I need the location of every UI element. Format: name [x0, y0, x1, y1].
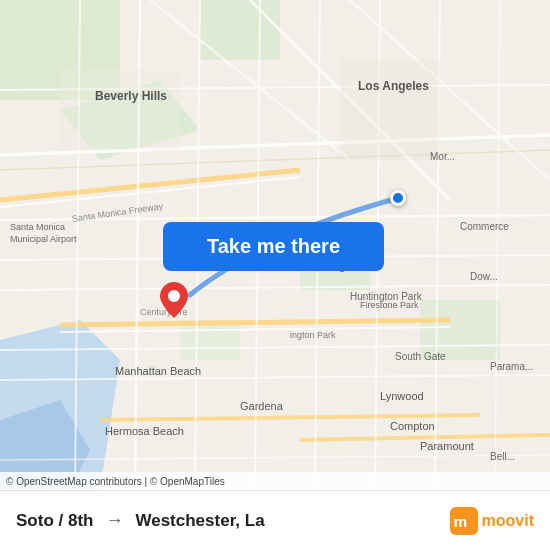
svg-text:Beverly Hills: Beverly Hills — [95, 89, 167, 103]
svg-text:Compton: Compton — [390, 420, 435, 432]
svg-rect-5 — [180, 320, 240, 360]
svg-text:Santa Monica: Santa Monica — [10, 222, 65, 232]
map-attribution: © OpenStreetMap contributors | © OpenMap… — [0, 472, 550, 490]
svg-text:Gardena: Gardena — [240, 400, 284, 412]
map-container: Beverly Hills Los Angeles Santa Monica M… — [0, 0, 550, 490]
svg-text:Lynwood: Lynwood — [380, 390, 424, 402]
destination-marker — [160, 282, 188, 318]
route-arrow: → — [105, 510, 123, 531]
svg-text:Mor...: Mor... — [430, 151, 455, 162]
route-from: Soto / 8th — [16, 511, 93, 531]
svg-text:m: m — [453, 512, 467, 529]
svg-text:Huntington Park: Huntington Park — [350, 291, 423, 302]
svg-text:Bell...: Bell... — [490, 451, 515, 462]
svg-text:Los Angeles: Los Angeles — [358, 79, 429, 93]
svg-text:ington Park: ington Park — [290, 330, 336, 340]
take-me-there-button[interactable]: Take me there — [163, 222, 384, 271]
moovit-logo: m moovit — [450, 507, 534, 535]
svg-text:Parama...: Parama... — [490, 361, 533, 372]
svg-text:Hermosa Beach: Hermosa Beach — [105, 425, 184, 437]
svg-point-60 — [168, 290, 180, 302]
svg-rect-36 — [340, 60, 440, 160]
footer-bar: Soto / 8th → Westchester, La m moovit — [0, 490, 550, 550]
svg-text:Municipal Airport: Municipal Airport — [10, 234, 77, 244]
svg-text:Commerce: Commerce — [460, 221, 509, 232]
moovit-text: moovit — [482, 512, 534, 530]
route-to: Westchester, La — [135, 511, 264, 531]
svg-text:Manhattan Beach: Manhattan Beach — [115, 365, 201, 377]
svg-text:South Gate: South Gate — [395, 351, 446, 362]
svg-text:Dow...: Dow... — [470, 271, 498, 282]
origin-marker — [390, 190, 406, 206]
svg-rect-35 — [60, 70, 180, 150]
svg-text:Paramount: Paramount — [420, 440, 474, 452]
moovit-icon: m — [450, 507, 478, 535]
